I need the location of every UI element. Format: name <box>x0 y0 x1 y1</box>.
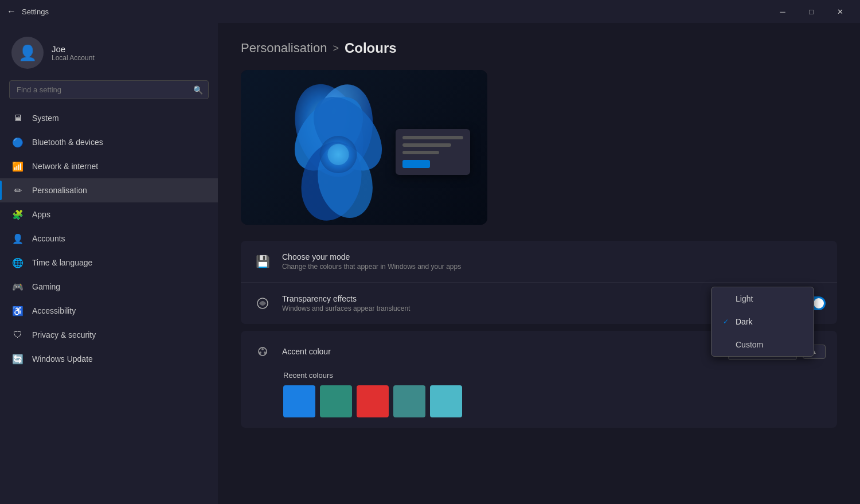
avatar: 👤 <box>11 37 44 69</box>
windows-flower-icon <box>258 76 419 225</box>
mode-icon: 💾 <box>252 251 273 272</box>
transparency-desc: Windows and surfaces appear translucent <box>282 304 785 312</box>
toggle-knob <box>814 298 824 308</box>
nav-list: 🖥 System 🔵 Bluetooth & devices 📶 Network… <box>0 106 218 371</box>
colour-swatch-2[interactable] <box>357 385 389 417</box>
nav-label-apps: Apps <box>32 210 50 219</box>
nav-icon-apps: 🧩 <box>11 208 24 221</box>
breadcrumb-current: Colours <box>345 40 397 56</box>
check-icon: ✓ <box>723 318 731 326</box>
preview-line-3 <box>402 151 439 154</box>
mode-option-light[interactable]: Light <box>712 287 814 310</box>
accent-title: Accent colour <box>282 347 728 356</box>
nav-icon-update: 🔄 <box>11 353 24 365</box>
colour-swatch-3[interactable] <box>393 385 425 417</box>
transparency-title: Transparency effects <box>282 294 785 303</box>
minimize-button[interactable]: ─ <box>769 3 796 20</box>
search-icon: 🔍 <box>193 85 203 95</box>
main-layout: 👤 Joe Local Account 🔍 🖥 System 🔵 Bluetoo… <box>0 23 860 504</box>
nav-label-time: Time & language <box>32 258 92 267</box>
preview-dialog-button <box>402 160 430 168</box>
titlebar: ← Settings ─ □ ✕ <box>0 0 860 23</box>
preview-container <box>241 70 487 225</box>
nav-icon-network: 📶 <box>11 160 24 173</box>
preview-line-2 <box>402 143 451 147</box>
nav-icon-system: 🖥 <box>11 112 24 124</box>
mode-option-label: Dark <box>736 317 753 326</box>
nav-label-accounts: Accounts <box>32 234 65 243</box>
colour-swatch-0[interactable] <box>283 385 315 417</box>
sidebar-item-time[interactable]: 🌐 Time & language <box>0 251 218 275</box>
sidebar-item-apps[interactable]: 🧩 Apps <box>0 202 218 226</box>
breadcrumb: Personalisation > Colours <box>241 40 837 56</box>
mode-option-dark[interactable]: ✓ Dark <box>712 310 814 333</box>
user-info: Joe Local Account <box>52 44 95 62</box>
nav-icon-gaming: 🎮 <box>11 280 24 293</box>
sidebar-item-system[interactable]: 🖥 System <box>0 106 218 130</box>
recent-colours-section: Recent colours <box>252 371 826 417</box>
app-title: Settings <box>22 7 49 16</box>
nav-label-personalisation: Personalisation <box>32 186 87 195</box>
nav-icon-accessibility: ♿ <box>11 304 24 317</box>
nav-icon-time: 🌐 <box>11 256 24 269</box>
nav-label-network: Network & internet <box>32 162 98 171</box>
user-account-type: Local Account <box>52 54 95 62</box>
mode-text: Choose your mode Change the colours that… <box>282 252 826 271</box>
nav-label-update: Windows Update <box>32 354 93 364</box>
setting-row-mode: 💾 Choose your mode Change the colours th… <box>241 241 837 283</box>
nav-label-gaming: Gaming <box>32 282 60 291</box>
preview-dialog <box>396 129 470 175</box>
mode-dropdown-popup: Light ✓ Dark Custom <box>711 287 814 357</box>
mode-title: Choose your mode <box>282 252 826 261</box>
nav-icon-personalisation: ✏ <box>11 184 24 197</box>
transparency-icon <box>252 293 273 314</box>
nav-icon-privacy: 🛡 <box>11 329 24 341</box>
mode-option-label: Custom <box>736 340 763 349</box>
sidebar-item-bluetooth[interactable]: 🔵 Bluetooth & devices <box>0 130 218 154</box>
colour-swatch-1[interactable] <box>320 385 352 417</box>
preview-line-1 <box>402 136 463 139</box>
search-box: 🔍 <box>9 80 209 99</box>
nav-label-accessibility: Accessibility <box>32 306 76 315</box>
svg-point-7 <box>327 144 349 165</box>
nav-icon-accounts: 👤 <box>11 232 24 245</box>
nav-icon-bluetooth: 🔵 <box>11 136 24 149</box>
user-section[interactable]: 👤 Joe Local Account <box>0 29 218 80</box>
sidebar-item-personalisation[interactable]: ✏ Personalisation <box>0 178 218 202</box>
accent-text: Accent colour <box>282 347 728 356</box>
recent-colours-label: Recent colours <box>283 371 826 380</box>
sidebar-item-accounts[interactable]: 👤 Accounts <box>0 226 218 251</box>
mode-option-label: Light <box>736 294 753 303</box>
search-input[interactable] <box>9 80 209 99</box>
breadcrumb-separator: > <box>333 42 339 54</box>
close-button[interactable]: ✕ <box>827 3 853 20</box>
mode-option-custom[interactable]: Custom <box>712 333 814 356</box>
preview-background <box>241 70 487 225</box>
breadcrumb-parent[interactable]: Personalisation <box>241 41 327 56</box>
transparency-text: Transparency effects Windows and surface… <box>282 294 785 312</box>
maximize-button[interactable]: □ <box>798 3 824 20</box>
window-controls: ─ □ ✕ <box>769 3 853 20</box>
nav-label-system: System <box>32 114 59 123</box>
colour-swatches <box>283 385 826 417</box>
sidebar-item-accessibility[interactable]: ♿ Accessibility <box>0 299 218 323</box>
nav-label-privacy: Privacy & security <box>32 330 96 339</box>
user-name: Joe <box>52 44 95 54</box>
titlebar-left: ← Settings <box>7 6 49 17</box>
mode-desc: Change the colours that appear in Window… <box>282 263 826 271</box>
content-area: Personalisation > Colours <box>218 23 860 504</box>
colour-swatch-4[interactable] <box>430 385 462 417</box>
sidebar-item-update[interactable]: 🔄 Windows Update <box>0 347 218 371</box>
svg-point-10 <box>261 348 264 350</box>
svg-point-11 <box>264 351 266 354</box>
nav-label-bluetooth: Bluetooth & devices <box>32 138 103 147</box>
back-button[interactable]: ← <box>7 6 16 17</box>
sidebar: 👤 Joe Local Account 🔍 🖥 System 🔵 Bluetoo… <box>0 23 218 504</box>
sidebar-item-gaming[interactable]: 🎮 Gaming <box>0 275 218 299</box>
sidebar-item-network[interactable]: 📶 Network & internet <box>0 154 218 178</box>
svg-point-12 <box>259 351 261 354</box>
sidebar-item-privacy[interactable]: 🛡 Privacy & security <box>0 323 218 347</box>
accent-icon <box>252 341 273 362</box>
